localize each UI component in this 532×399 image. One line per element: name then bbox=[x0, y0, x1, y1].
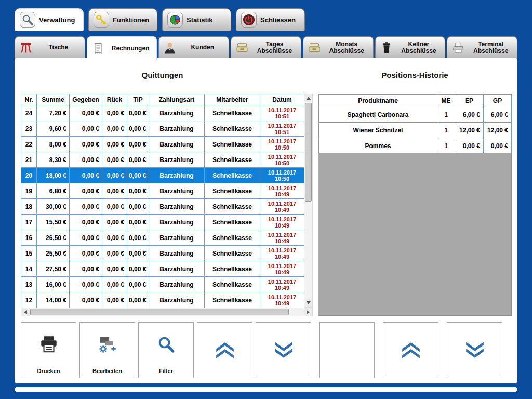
sub-tab-kellner-abschluesse[interactable]: KellnerAbschlüsse bbox=[375, 36, 446, 58]
button-label: Drucken bbox=[21, 368, 76, 374]
cell-gp: 12,00 € bbox=[484, 123, 512, 138]
cell-mitarbeiter: Schnellkasse bbox=[205, 277, 260, 292]
receipts-vertical-scrollbar[interactable] bbox=[304, 94, 313, 308]
waste-bin-icon bbox=[380, 41, 393, 55]
position-row[interactable]: Wiener Schnitzel112,00 €12,00 € bbox=[319, 123, 512, 138]
cell-nr: 15 bbox=[21, 246, 37, 261]
scroll-left-arrow-icon[interactable] bbox=[21, 308, 30, 316]
sub-tab-tische[interactable]: Tische bbox=[15, 36, 85, 58]
column-header-tip: TIP bbox=[127, 94, 149, 105]
sub-tab-label: Kunden bbox=[179, 44, 229, 51]
receipt-row[interactable]: 1715,50 €0,00 €0,00 €0,00 €BarzahlungSch… bbox=[21, 215, 304, 230]
horizontal-scroll-thumb[interactable] bbox=[30, 309, 289, 315]
positions-page-up-button[interactable] bbox=[383, 322, 438, 378]
cell-me: 1 bbox=[437, 138, 455, 154]
receipt-row[interactable]: 228,00 €0,00 €0,00 €0,00 €BarzahlungSchn… bbox=[21, 137, 304, 152]
main-tab-schliessen[interactable]: Schliessen bbox=[236, 8, 305, 31]
receipt-row[interactable]: 1626,50 €0,00 €0,00 €0,00 €BarzahlungSch… bbox=[21, 230, 304, 246]
cell-summe: 27,50 € bbox=[37, 261, 70, 277]
cell-rueck: 0,00 € bbox=[102, 121, 127, 137]
cell-mitarbeiter: Schnellkasse bbox=[205, 152, 260, 168]
cell-zahlungsart: Barzahlung bbox=[149, 261, 205, 277]
cell-tip: 0,00 € bbox=[127, 183, 149, 199]
receipt-row[interactable]: 239,60 €0,00 €0,00 €0,00 €BarzahlungSchn… bbox=[21, 121, 304, 137]
receipts-page-down-button[interactable] bbox=[256, 322, 311, 378]
sub-tab-tages-abschluesse[interactable]: TagesAbschlüsse bbox=[231, 36, 301, 58]
cell-ep: 6,00 € bbox=[455, 107, 484, 123]
positions-title: Positions-Historie bbox=[318, 71, 512, 79]
position-row[interactable]: Spaghetti Carbonara16,00 €6,00 € bbox=[319, 107, 512, 123]
vertical-scroll-thumb[interactable] bbox=[305, 103, 312, 202]
cell-mitarbeiter: Schnellkasse bbox=[205, 230, 260, 246]
filter-button[interactable]: Filter bbox=[138, 322, 194, 378]
positions-empty-button[interactable] bbox=[319, 322, 375, 378]
cell-rueck: 0,00 € bbox=[102, 137, 127, 152]
receipts-title: Quittungen bbox=[21, 71, 304, 79]
bearbeiten-button[interactable]: Bearbeiten bbox=[79, 322, 135, 378]
cell-datum: 10.11.201710:49 bbox=[260, 292, 304, 308]
cell-produktname: Spaghetti Carbonara bbox=[319, 107, 437, 123]
main-tab-label: Statistik bbox=[187, 16, 213, 24]
main-tab-statistik[interactable]: Statistik bbox=[162, 8, 231, 31]
cell-zahlungsart: Barzahlung bbox=[149, 292, 205, 308]
receipt-row[interactable]: 2018,00 €0,00 €0,00 €0,00 €BarzahlungSch… bbox=[21, 168, 304, 183]
receipts-page-up-button[interactable] bbox=[197, 322, 252, 378]
receipt-row[interactable]: 1427,50 €0,00 €0,00 €0,00 €BarzahlungSch… bbox=[21, 261, 304, 277]
positions-page-down-button[interactable] bbox=[447, 322, 502, 378]
cell-summe: 8,30 € bbox=[37, 152, 70, 168]
positions-empty-area bbox=[318, 153, 511, 315]
cell-gegeben: 0,00 € bbox=[70, 152, 102, 168]
cash-drawer-icon bbox=[308, 41, 321, 55]
cell-datum: 10.11.201710:50 bbox=[260, 152, 304, 168]
cell-datum: 10.11.201710:49 bbox=[260, 183, 304, 199]
cell-tip: 0,00 € bbox=[127, 137, 149, 152]
receipt-row[interactable]: 218,30 €0,00 €0,00 €0,00 €BarzahlungSchn… bbox=[21, 152, 304, 168]
cell-zahlungsart: Barzahlung bbox=[149, 183, 205, 199]
key-icon bbox=[94, 12, 109, 28]
sub-tab-kunden[interactable]: Kunden bbox=[158, 36, 229, 58]
drucken-button[interactable]: Drucken bbox=[21, 322, 76, 378]
receipts-table: Nr.SummeGegebenRückTIPZahlungsartMitarbe… bbox=[21, 94, 304, 308]
cell-gegeben: 0,00 € bbox=[70, 277, 102, 292]
scroll-up-arrow-icon[interactable] bbox=[304, 94, 312, 102]
magnifier-icon bbox=[20, 12, 35, 28]
cell-gegeben: 0,00 € bbox=[70, 261, 102, 277]
cell-zahlungsart: Barzahlung bbox=[149, 105, 205, 121]
cell-ep: 12,00 € bbox=[455, 123, 484, 138]
receipt-row[interactable]: 247,20 €0,00 €0,00 €0,00 €BarzahlungSchn… bbox=[21, 105, 304, 121]
main-tab-funktionen[interactable]: Funktionen bbox=[88, 8, 157, 31]
cell-datum: 10.11.201710:51 bbox=[260, 121, 304, 137]
receipt-row[interactable]: 196,80 €0,00 €0,00 €0,00 €BarzahlungSchn… bbox=[21, 183, 304, 199]
cell-mitarbeiter: Schnellkasse bbox=[205, 183, 260, 199]
main-tab-verwaltung[interactable]: Verwaltung bbox=[15, 8, 84, 31]
cell-rueck: 0,00 € bbox=[102, 230, 127, 246]
sub-tab-rechnungen[interactable]: Rechnungen bbox=[87, 36, 157, 60]
cell-gegeben: 0,00 € bbox=[70, 292, 102, 308]
cell-mitarbeiter: Schnellkasse bbox=[205, 261, 260, 277]
position-row[interactable]: Pommes10,00 €0,00 € bbox=[319, 138, 512, 154]
main-tab-label: Schliessen bbox=[260, 16, 296, 24]
sub-tab-label: Rechnungen bbox=[108, 45, 157, 52]
receipt-row[interactable]: 1830,00 €0,00 €0,00 €0,00 €BarzahlungSch… bbox=[21, 199, 304, 215]
double-chevron-down-icon bbox=[273, 341, 295, 360]
cell-mitarbeiter: Schnellkasse bbox=[205, 215, 260, 230]
sub-tab-monats-abschluesse[interactable]: MonatsAbschlüsse bbox=[303, 36, 374, 58]
receipt-row[interactable]: 1316,00 €0,00 €0,00 €0,00 €BarzahlungSch… bbox=[21, 277, 304, 292]
scroll-down-arrow-icon[interactable] bbox=[304, 299, 312, 307]
cell-gegeben: 0,00 € bbox=[70, 137, 102, 152]
positions-table-area: ProduktnameMEEPGPSpaghetti Carbonara16,0… bbox=[318, 94, 512, 316]
column-header-zahlungsart: Zahlungsart bbox=[149, 94, 205, 105]
receipt-row[interactable]: 1525,50 €0,00 €0,00 €0,00 €BarzahlungSch… bbox=[21, 246, 304, 261]
cell-tip: 0,00 € bbox=[127, 168, 149, 183]
sub-tab-label: TerminalAbschlüsse bbox=[468, 41, 517, 55]
cell-rueck: 0,00 € bbox=[102, 105, 127, 121]
sub-tab-label: MonatsAbschlüsse bbox=[324, 41, 373, 55]
scroll-right-arrow-icon[interactable] bbox=[304, 308, 312, 316]
sub-tab-terminal-abschluesse[interactable]: TerminalAbschlüsse bbox=[447, 36, 517, 58]
cell-nr: 14 bbox=[21, 261, 37, 277]
cell-summe: 9,60 € bbox=[37, 121, 70, 137]
cell-gegeben: 0,00 € bbox=[70, 183, 102, 199]
receipt-row[interactable]: 1214,00 €0,00 €0,00 €0,00 €BarzahlungSch… bbox=[21, 292, 304, 308]
receipts-horizontal-scrollbar[interactable] bbox=[21, 308, 313, 316]
cell-zahlungsart: Barzahlung bbox=[149, 137, 205, 152]
